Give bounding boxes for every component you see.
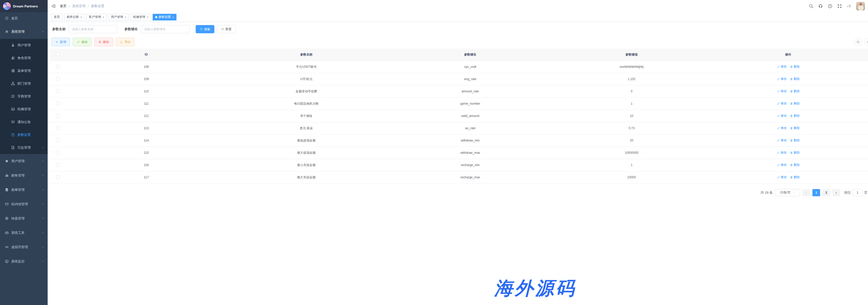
sidebar-item-coins[interactable]: 虚拟币管理 bbox=[0, 240, 48, 255]
tab-3[interactable]: 用户管理× bbox=[108, 14, 129, 21]
cell-operations: 修改删除 bbox=[708, 147, 868, 159]
github-icon[interactable] bbox=[818, 4, 823, 8]
question-icon[interactable] bbox=[828, 4, 832, 8]
sidebar-item-label: 刷单管理 bbox=[11, 188, 25, 192]
row-checkbox[interactable] bbox=[56, 89, 60, 93]
sidebar-item-message[interactable]: 通知公告 bbox=[0, 116, 48, 129]
search-icon[interactable] bbox=[809, 4, 813, 8]
main-content: 参数名称 参数键名 搜索 重置 新增 修改 删除 导出 bbox=[48, 22, 868, 305]
row-delete-link[interactable]: 删除 bbox=[790, 150, 800, 155]
row-checkbox[interactable] bbox=[56, 126, 60, 130]
cell-value: 0 bbox=[555, 85, 708, 98]
page-button-1[interactable]: 1 bbox=[812, 189, 820, 196]
row-edit-link[interactable]: 修改 bbox=[777, 113, 787, 118]
sidebar-fold-icon[interactable] bbox=[51, 4, 56, 8]
close-icon[interactable]: × bbox=[102, 15, 104, 19]
param-name-input[interactable] bbox=[69, 25, 117, 33]
tab-5[interactable]: 参数设置× bbox=[153, 14, 177, 21]
page-button-2[interactable]: 2 bbox=[823, 189, 830, 196]
row-delete-link[interactable]: 删除 bbox=[790, 126, 800, 130]
sidebar-item-edit-square[interactable]: 参数设置 bbox=[0, 129, 48, 141]
tab-label: 轮播管理 bbox=[133, 15, 145, 19]
breadcrumb-current: 参数设置 bbox=[91, 4, 104, 8]
cell-operations: 修改删除 bbox=[708, 73, 868, 85]
goto-page-input[interactable] bbox=[852, 189, 863, 196]
sidebar-item-star[interactable]: 用户管理 bbox=[0, 154, 48, 168]
refresh-icon[interactable] bbox=[864, 38, 868, 46]
row-checkbox[interactable] bbox=[56, 65, 60, 68]
sidebar-item-wheel[interactable]: 转盘管理 bbox=[0, 211, 48, 226]
logo-bar[interactable]: Dream Partners bbox=[0, 0, 48, 12]
sidebar-item-dashboard[interactable]: 首页 bbox=[0, 12, 48, 25]
tab-home[interactable]: 首页 bbox=[51, 14, 62, 21]
delete-button[interactable]: 删除 bbox=[94, 38, 113, 46]
sidebar-item-log[interactable]: 日志管理 bbox=[0, 141, 48, 154]
sidebar-item-chart-bar[interactable]: 财务管理 bbox=[0, 168, 48, 183]
row-checkbox[interactable] bbox=[56, 138, 60, 142]
row-delete-link[interactable]: 删除 bbox=[790, 175, 800, 179]
sidebar-item-menu-list[interactable]: 菜单管理 bbox=[0, 65, 48, 77]
row-edit-link[interactable]: 修改 bbox=[777, 150, 787, 155]
row-edit-link[interactable]: 修改 bbox=[777, 175, 787, 179]
row-edit-link[interactable]: 修改 bbox=[777, 126, 787, 130]
row-delete-link[interactable]: 删除 bbox=[790, 89, 800, 93]
sidebar-item-user[interactable]: 用户管理 bbox=[0, 39, 48, 52]
row-edit-link[interactable]: 修改 bbox=[777, 89, 787, 93]
tab-1[interactable]: 刷单记录× bbox=[64, 14, 85, 21]
sidebar-item-users[interactable]: 角色管理 bbox=[0, 52, 48, 65]
sidebar-item-gear[interactable]: 系统管理 bbox=[0, 25, 48, 39]
sidebar-item-monitor[interactable]: 系统监控 bbox=[0, 255, 48, 269]
close-icon[interactable]: × bbox=[81, 15, 82, 19]
add-button[interactable]: 新增 bbox=[51, 38, 70, 46]
row-edit-link[interactable]: 修改 bbox=[777, 101, 787, 106]
row-delete-link[interactable]: 删除 bbox=[790, 101, 800, 106]
cell-id: 112 bbox=[66, 110, 227, 122]
row-checkbox[interactable] bbox=[56, 77, 60, 80]
sidebar-item-mail[interactable]: 站内信管理 bbox=[0, 197, 48, 211]
sidebar-item-document[interactable]: 刷单管理 bbox=[0, 183, 48, 197]
row-edit-link[interactable]: 修改 bbox=[777, 163, 787, 167]
cell-name: U币:欧元 bbox=[227, 73, 386, 85]
breadcrumb-home[interactable]: 首页 bbox=[60, 4, 67, 8]
sidebar-item-image[interactable]: 轮播管理 bbox=[0, 103, 48, 116]
fullscreen-icon[interactable] bbox=[837, 4, 842, 8]
row-edit-link[interactable]: 修改 bbox=[777, 65, 787, 69]
show-search-toggle-icon[interactable] bbox=[854, 38, 862, 46]
tab-2[interactable]: 客户管理× bbox=[86, 14, 106, 21]
row-checkbox[interactable] bbox=[56, 102, 60, 105]
edit-button[interactable]: 修改 bbox=[73, 38, 92, 46]
row-edit-link[interactable]: 修改 bbox=[777, 138, 787, 142]
param-key-input[interactable] bbox=[141, 25, 189, 33]
avatar[interactable] bbox=[856, 2, 865, 10]
pagination-total: 共 19 条 bbox=[761, 190, 773, 195]
table-row: 111每日固定抽奖次数game_number1修改删除 bbox=[50, 98, 868, 110]
sidebar-item-book[interactable]: 字典管理 bbox=[0, 90, 48, 103]
row-checkbox-cell bbox=[50, 110, 66, 122]
page-size-select[interactable]: 10条/页 bbox=[775, 189, 800, 196]
close-icon[interactable]: × bbox=[147, 15, 148, 19]
row-edit-link[interactable]: 修改 bbox=[777, 77, 787, 81]
row-delete-link[interactable]: 删除 bbox=[790, 113, 800, 118]
image-icon bbox=[11, 107, 15, 111]
next-page-button[interactable]: › bbox=[832, 189, 840, 196]
row-delete-link[interactable]: 删除 bbox=[790, 138, 800, 142]
tab-4[interactable]: 轮播管理× bbox=[130, 14, 151, 21]
sidebar-item-toolbox[interactable]: 系统工具 bbox=[0, 226, 48, 240]
font-size-icon[interactable] bbox=[847, 4, 851, 8]
row-checkbox[interactable] bbox=[56, 175, 60, 179]
row-edit-label: 修改 bbox=[781, 163, 787, 167]
row-checkbox[interactable] bbox=[56, 163, 60, 167]
row-checkbox[interactable] bbox=[56, 114, 60, 117]
select-all-checkbox[interactable] bbox=[56, 53, 60, 56]
prev-page-button[interactable]: ‹ bbox=[802, 189, 810, 196]
row-delete-link[interactable]: 删除 bbox=[790, 65, 800, 69]
row-delete-link[interactable]: 删除 bbox=[790, 163, 800, 167]
sidebar-item-tree[interactable]: 部门管理 bbox=[0, 77, 48, 90]
reset-button[interactable]: 重置 bbox=[217, 25, 236, 33]
search-button[interactable]: 搜索 bbox=[196, 25, 214, 33]
close-icon[interactable]: × bbox=[125, 15, 126, 19]
close-icon[interactable]: × bbox=[173, 15, 174, 19]
export-button[interactable]: 导出 bbox=[116, 38, 135, 46]
row-delete-link[interactable]: 删除 bbox=[790, 77, 800, 81]
row-checkbox[interactable] bbox=[56, 151, 60, 154]
